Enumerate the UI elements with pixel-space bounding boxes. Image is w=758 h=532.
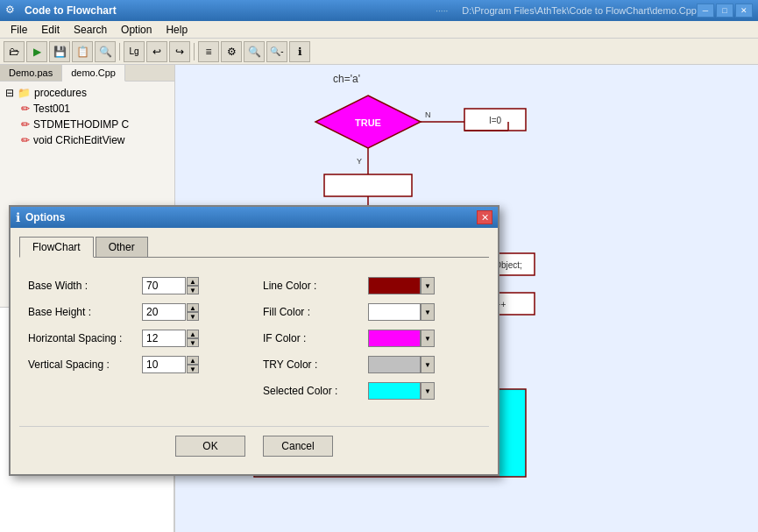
dialog-titlebar: ℹ Options ✕ — [11, 207, 498, 228]
toolbar-sep1 — [119, 43, 120, 60]
main-area: Demo.pas demo.Cpp ⊟ 📁 procedures ✏ Test0… — [0, 65, 758, 532]
try-color-dropdown[interactable]: ▼ — [421, 356, 435, 373]
vert-spacing-spinner[interactable]: ▲ ▼ — [187, 356, 199, 373]
toolbar-search[interactable]: 🔍 — [95, 41, 116, 62]
toolbar-zoom-in[interactable]: 🔍 — [244, 41, 265, 62]
toolbar-save[interactable]: 💾 — [49, 41, 70, 62]
horiz-spacing-spinner[interactable]: ▲ ▼ — [187, 330, 199, 347]
app-title: Code to Flowchart — [25, 4, 429, 17]
try-color-label: TRY Color : — [263, 358, 368, 371]
line-color-label: Line Color : — [263, 280, 368, 292]
base-width-down[interactable]: ▼ — [187, 286, 199, 294]
vert-spacing-input[interactable]: 10 — [142, 356, 186, 373]
try-color-box[interactable] — [368, 356, 421, 373]
fill-color-label: Fill Color : — [263, 306, 368, 318]
menu-bar: File Edit Search Option Help — [0, 21, 758, 39]
base-height-label: Base Height : — [28, 306, 142, 318]
dialog-body: FlowChart Other Base Width : 70 ▲ ▼ — [11, 228, 498, 474]
dialog-right-fields: Line Color : ▼ Fill Color : ▼ IF Color : — [263, 277, 480, 408]
selected-color-label: Selected Color : — [263, 385, 368, 397]
toolbar-new[interactable]: 🗁 — [4, 41, 25, 62]
base-width-label: Base Width : — [28, 280, 142, 292]
if-color-dropdown[interactable]: ▼ — [421, 330, 435, 347]
line-color-dropdown[interactable]: ▼ — [421, 277, 435, 294]
menu-edit[interactable]: Edit — [34, 21, 67, 38]
toolbar-sep2 — [194, 43, 195, 60]
horiz-spacing-input[interactable]: 12 — [142, 330, 186, 347]
dialog-footer: OK Cancel — [19, 426, 489, 465]
selected-color-box[interactable] — [368, 382, 421, 400]
dialog-icon: ℹ — [16, 210, 20, 224]
field-horiz-spacing: Horizontal Spacing : 12 ▲ ▼ — [28, 330, 245, 347]
options-dialog: ℹ Options ✕ FlowChart Other Base Width : — [9, 205, 499, 476]
app-icon: ⚙ — [5, 4, 19, 18]
toolbar-redo[interactable]: ↪ — [169, 41, 190, 62]
window-controls: ─ □ ✕ — [697, 4, 753, 18]
color-selected: Selected Color : ▼ — [263, 382, 480, 400]
dialog-tabs: FlowChart Other — [19, 237, 489, 258]
toolbar: 🗁 ▶ 💾 📋 🔍 Lg ↩ ↪ ≡ ⚙ 🔍 🔍- ℹ — [0, 39, 758, 65]
field-vert-spacing: Vertical Spacing : 10 ▲ ▼ — [28, 356, 245, 373]
color-fill: Fill Color : ▼ — [263, 303, 480, 321]
menu-help[interactable]: Help — [159, 21, 195, 38]
close-button[interactable]: ✕ — [735, 4, 753, 18]
ok-button[interactable]: OK — [175, 436, 245, 457]
base-height-input[interactable]: 20 — [142, 303, 186, 321]
dialog-left-fields: Base Width : 70 ▲ ▼ Base Height : 20 ▲ — [28, 277, 245, 408]
maximize-button[interactable]: □ — [716, 4, 733, 18]
base-width-spinner[interactable]: ▲ ▼ — [187, 277, 199, 294]
vert-spacing-label: Vertical Spacing : — [28, 358, 142, 371]
toolbar-zoom-out[interactable]: 🔍- — [266, 41, 287, 62]
title-bar: ⚙ Code to Flowchart ····· D:\Program Fil… — [0, 0, 758, 21]
toolbar-info[interactable]: ℹ — [289, 41, 310, 62]
toolbar-list[interactable]: ≡ — [198, 41, 219, 62]
menu-option[interactable]: Option — [114, 21, 159, 38]
minimize-button[interactable]: ─ — [697, 4, 714, 18]
color-try: TRY Color : ▼ — [263, 356, 480, 373]
base-width-up[interactable]: ▲ — [187, 277, 199, 286]
fill-color-box[interactable] — [368, 303, 421, 321]
base-width-input[interactable]: 70 — [142, 277, 186, 294]
menu-search[interactable]: Search — [67, 21, 114, 38]
file-path: D:\Program Files\AthTek\Code to FlowChar… — [462, 5, 697, 16]
cancel-button[interactable]: Cancel — [263, 436, 333, 457]
toolbar-run[interactable]: ▶ — [26, 41, 47, 62]
color-if: IF Color : ▼ — [263, 330, 480, 347]
if-color-label: IF Color : — [263, 332, 368, 344]
tab-flowchart[interactable]: FlowChart — [19, 237, 94, 258]
color-line: Line Color : ▼ — [263, 277, 480, 294]
line-color-box[interactable] — [368, 277, 421, 294]
base-height-down[interactable]: ▼ — [187, 312, 199, 321]
horiz-spacing-up[interactable]: ▲ — [187, 330, 199, 338]
toolbar-settings[interactable]: ⚙ — [221, 41, 242, 62]
dialog-title: Options — [25, 211, 477, 223]
fill-color-dropdown[interactable]: ▼ — [421, 303, 435, 321]
menu-file[interactable]: File — [4, 21, 34, 38]
title-dots: ····· — [436, 6, 448, 16]
horiz-spacing-label: Horizontal Spacing : — [28, 332, 142, 344]
field-base-width: Base Width : 70 ▲ ▼ — [28, 277, 245, 294]
tab-other[interactable]: Other — [96, 237, 148, 257]
toolbar-copy[interactable]: 📋 — [72, 41, 93, 62]
toolbar-lg[interactable]: Lg — [124, 41, 145, 62]
base-height-up[interactable]: ▲ — [187, 303, 199, 312]
if-color-box[interactable] — [368, 330, 421, 347]
dialog-close-button[interactable]: ✕ — [477, 210, 492, 224]
base-height-spinner[interactable]: ▲ ▼ — [187, 303, 199, 321]
field-base-height: Base Height : 20 ▲ ▼ — [28, 303, 245, 321]
horiz-spacing-down[interactable]: ▼ — [187, 338, 199, 347]
selected-color-dropdown[interactable]: ▼ — [421, 382, 435, 400]
vert-spacing-down[interactable]: ▼ — [187, 365, 199, 373]
toolbar-undo[interactable]: ↩ — [146, 41, 167, 62]
vert-spacing-up[interactable]: ▲ — [187, 356, 199, 365]
dialog-content: Base Width : 70 ▲ ▼ Base Height : 20 ▲ — [19, 268, 489, 417]
dialog-overlay: ℹ Options ✕ FlowChart Other Base Width : — [0, 65, 758, 532]
